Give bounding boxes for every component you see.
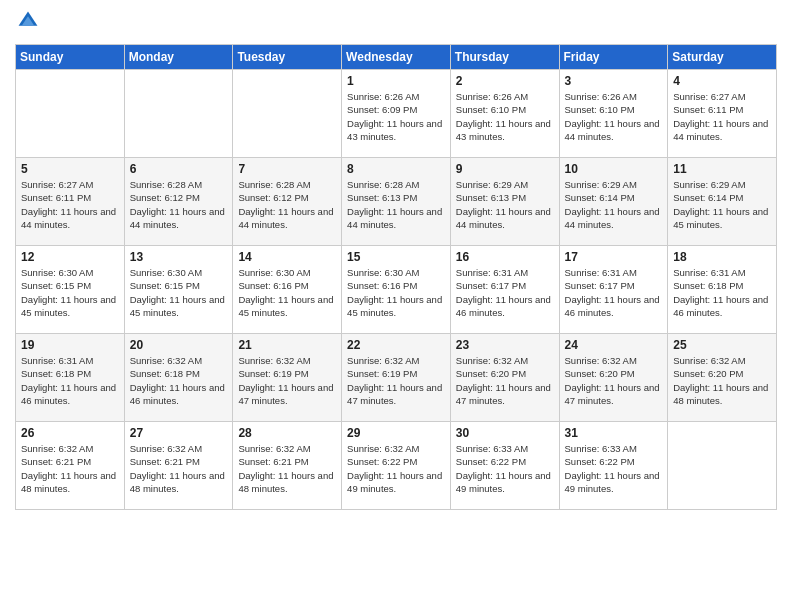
day-number: 10 (565, 162, 663, 176)
calendar-cell: 19Sunrise: 6:31 AM Sunset: 6:18 PM Dayli… (16, 334, 125, 422)
calendar-cell: 18Sunrise: 6:31 AM Sunset: 6:18 PM Dayli… (668, 246, 777, 334)
calendar-header-monday: Monday (124, 45, 233, 70)
day-number: 9 (456, 162, 554, 176)
day-info: Sunrise: 6:32 AM Sunset: 6:20 PM Dayligh… (565, 354, 663, 407)
day-info: Sunrise: 6:32 AM Sunset: 6:19 PM Dayligh… (347, 354, 445, 407)
day-info: Sunrise: 6:32 AM Sunset: 6:19 PM Dayligh… (238, 354, 336, 407)
day-number: 13 (130, 250, 228, 264)
day-info: Sunrise: 6:30 AM Sunset: 6:16 PM Dayligh… (347, 266, 445, 319)
day-number: 18 (673, 250, 771, 264)
calendar-cell: 12Sunrise: 6:30 AM Sunset: 6:15 PM Dayli… (16, 246, 125, 334)
calendar-cell (668, 422, 777, 510)
calendar-cell: 30Sunrise: 6:33 AM Sunset: 6:22 PM Dayli… (450, 422, 559, 510)
logo (15, 10, 43, 36)
calendar-week-1: 5Sunrise: 6:27 AM Sunset: 6:11 PM Daylig… (16, 158, 777, 246)
day-info: Sunrise: 6:32 AM Sunset: 6:22 PM Dayligh… (347, 442, 445, 495)
day-number: 29 (347, 426, 445, 440)
day-info: Sunrise: 6:32 AM Sunset: 6:20 PM Dayligh… (456, 354, 554, 407)
day-number: 22 (347, 338, 445, 352)
day-info: Sunrise: 6:26 AM Sunset: 6:09 PM Dayligh… (347, 90, 445, 143)
day-info: Sunrise: 6:28 AM Sunset: 6:12 PM Dayligh… (130, 178, 228, 231)
day-info: Sunrise: 6:28 AM Sunset: 6:13 PM Dayligh… (347, 178, 445, 231)
calendar: SundayMondayTuesdayWednesdayThursdayFrid… (15, 44, 777, 510)
day-info: Sunrise: 6:32 AM Sunset: 6:21 PM Dayligh… (21, 442, 119, 495)
calendar-cell: 10Sunrise: 6:29 AM Sunset: 6:14 PM Dayli… (559, 158, 668, 246)
calendar-cell: 9Sunrise: 6:29 AM Sunset: 6:13 PM Daylig… (450, 158, 559, 246)
day-info: Sunrise: 6:31 AM Sunset: 6:18 PM Dayligh… (21, 354, 119, 407)
calendar-week-4: 26Sunrise: 6:32 AM Sunset: 6:21 PM Dayli… (16, 422, 777, 510)
calendar-cell: 25Sunrise: 6:32 AM Sunset: 6:20 PM Dayli… (668, 334, 777, 422)
day-number: 6 (130, 162, 228, 176)
day-number: 8 (347, 162, 445, 176)
calendar-cell: 26Sunrise: 6:32 AM Sunset: 6:21 PM Dayli… (16, 422, 125, 510)
logo-icon (17, 10, 39, 32)
calendar-cell (124, 70, 233, 158)
calendar-cell: 3Sunrise: 6:26 AM Sunset: 6:10 PM Daylig… (559, 70, 668, 158)
day-info: Sunrise: 6:27 AM Sunset: 6:11 PM Dayligh… (21, 178, 119, 231)
day-info: Sunrise: 6:27 AM Sunset: 6:11 PM Dayligh… (673, 90, 771, 143)
day-number: 14 (238, 250, 336, 264)
day-info: Sunrise: 6:30 AM Sunset: 6:15 PM Dayligh… (130, 266, 228, 319)
calendar-cell: 23Sunrise: 6:32 AM Sunset: 6:20 PM Dayli… (450, 334, 559, 422)
day-info: Sunrise: 6:32 AM Sunset: 6:21 PM Dayligh… (238, 442, 336, 495)
day-info: Sunrise: 6:29 AM Sunset: 6:14 PM Dayligh… (673, 178, 771, 231)
day-info: Sunrise: 6:29 AM Sunset: 6:14 PM Dayligh… (565, 178, 663, 231)
day-number: 5 (21, 162, 119, 176)
day-number: 25 (673, 338, 771, 352)
day-number: 3 (565, 74, 663, 88)
day-number: 16 (456, 250, 554, 264)
calendar-cell: 15Sunrise: 6:30 AM Sunset: 6:16 PM Dayli… (342, 246, 451, 334)
calendar-cell (233, 70, 342, 158)
calendar-week-0: 1Sunrise: 6:26 AM Sunset: 6:09 PM Daylig… (16, 70, 777, 158)
day-number: 23 (456, 338, 554, 352)
day-info: Sunrise: 6:33 AM Sunset: 6:22 PM Dayligh… (456, 442, 554, 495)
calendar-cell: 29Sunrise: 6:32 AM Sunset: 6:22 PM Dayli… (342, 422, 451, 510)
day-number: 17 (565, 250, 663, 264)
calendar-cell: 6Sunrise: 6:28 AM Sunset: 6:12 PM Daylig… (124, 158, 233, 246)
day-number: 19 (21, 338, 119, 352)
day-number: 30 (456, 426, 554, 440)
calendar-cell: 7Sunrise: 6:28 AM Sunset: 6:12 PM Daylig… (233, 158, 342, 246)
calendar-cell: 11Sunrise: 6:29 AM Sunset: 6:14 PM Dayli… (668, 158, 777, 246)
day-info: Sunrise: 6:30 AM Sunset: 6:16 PM Dayligh… (238, 266, 336, 319)
calendar-cell: 21Sunrise: 6:32 AM Sunset: 6:19 PM Dayli… (233, 334, 342, 422)
calendar-header-thursday: Thursday (450, 45, 559, 70)
calendar-cell: 14Sunrise: 6:30 AM Sunset: 6:16 PM Dayli… (233, 246, 342, 334)
day-info: Sunrise: 6:26 AM Sunset: 6:10 PM Dayligh… (456, 90, 554, 143)
calendar-week-3: 19Sunrise: 6:31 AM Sunset: 6:18 PM Dayli… (16, 334, 777, 422)
day-number: 12 (21, 250, 119, 264)
day-info: Sunrise: 6:31 AM Sunset: 6:17 PM Dayligh… (456, 266, 554, 319)
day-number: 20 (130, 338, 228, 352)
calendar-cell: 31Sunrise: 6:33 AM Sunset: 6:22 PM Dayli… (559, 422, 668, 510)
calendar-cell: 22Sunrise: 6:32 AM Sunset: 6:19 PM Dayli… (342, 334, 451, 422)
day-info: Sunrise: 6:28 AM Sunset: 6:12 PM Dayligh… (238, 178, 336, 231)
day-info: Sunrise: 6:32 AM Sunset: 6:18 PM Dayligh… (130, 354, 228, 407)
day-number: 31 (565, 426, 663, 440)
day-number: 15 (347, 250, 445, 264)
day-info: Sunrise: 6:31 AM Sunset: 6:18 PM Dayligh… (673, 266, 771, 319)
day-number: 28 (238, 426, 336, 440)
calendar-header-row: SundayMondayTuesdayWednesdayThursdayFrid… (16, 45, 777, 70)
header (15, 10, 777, 36)
day-info: Sunrise: 6:32 AM Sunset: 6:20 PM Dayligh… (673, 354, 771, 407)
day-info: Sunrise: 6:33 AM Sunset: 6:22 PM Dayligh… (565, 442, 663, 495)
calendar-cell: 13Sunrise: 6:30 AM Sunset: 6:15 PM Dayli… (124, 246, 233, 334)
calendar-cell: 17Sunrise: 6:31 AM Sunset: 6:17 PM Dayli… (559, 246, 668, 334)
day-number: 24 (565, 338, 663, 352)
calendar-cell: 8Sunrise: 6:28 AM Sunset: 6:13 PM Daylig… (342, 158, 451, 246)
day-number: 11 (673, 162, 771, 176)
calendar-cell: 5Sunrise: 6:27 AM Sunset: 6:11 PM Daylig… (16, 158, 125, 246)
calendar-cell: 4Sunrise: 6:27 AM Sunset: 6:11 PM Daylig… (668, 70, 777, 158)
day-number: 21 (238, 338, 336, 352)
calendar-header-wednesday: Wednesday (342, 45, 451, 70)
calendar-header-tuesday: Tuesday (233, 45, 342, 70)
day-number: 1 (347, 74, 445, 88)
day-info: Sunrise: 6:30 AM Sunset: 6:15 PM Dayligh… (21, 266, 119, 319)
day-info: Sunrise: 6:32 AM Sunset: 6:21 PM Dayligh… (130, 442, 228, 495)
calendar-cell: 1Sunrise: 6:26 AM Sunset: 6:09 PM Daylig… (342, 70, 451, 158)
calendar-cell: 16Sunrise: 6:31 AM Sunset: 6:17 PM Dayli… (450, 246, 559, 334)
page: SundayMondayTuesdayWednesdayThursdayFrid… (0, 0, 792, 612)
calendar-week-2: 12Sunrise: 6:30 AM Sunset: 6:15 PM Dayli… (16, 246, 777, 334)
calendar-cell: 24Sunrise: 6:32 AM Sunset: 6:20 PM Dayli… (559, 334, 668, 422)
day-number: 7 (238, 162, 336, 176)
